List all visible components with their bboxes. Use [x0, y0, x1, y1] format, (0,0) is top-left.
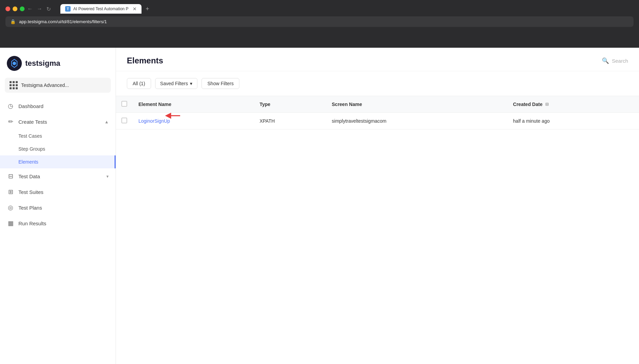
header-element-name: Element Name [133, 96, 254, 113]
sidebar-item-test-plans[interactable]: ◎ Test Plans [0, 200, 116, 215]
svg-point-1 [13, 62, 16, 65]
header-screen-name: Screen Name [326, 96, 508, 113]
row-checkbox-cell [116, 113, 133, 130]
browser-dots [5, 6, 25, 11]
tab-close-button[interactable]: ✕ [133, 6, 137, 12]
saved-filters-label: Saved Filters [160, 81, 188, 86]
sidebar: testsigma Testsigma Advanced... ◷ Dashbo… [0, 48, 116, 364]
table-header-row: Element Name Type Screen Name Created Da… [116, 96, 639, 113]
test-suites-icon: ⊞ [7, 188, 14, 196]
run-results-label: Run Results [18, 221, 46, 226]
row-created-date-cell: half a minute ago [508, 113, 639, 130]
create-tests-submenu: Test Cases Step Groups Elements [0, 130, 116, 168]
row-screen-name-cell: simplytraveltestsigmacom [326, 113, 508, 130]
row-type-cell: XPATH [254, 113, 326, 130]
workspace-dots-icon [10, 81, 18, 89]
new-tab-button[interactable]: + [146, 5, 149, 13]
logo-area: testsigma [0, 48, 116, 78]
search-label: Search [612, 58, 628, 64]
select-all-checkbox[interactable] [121, 101, 127, 107]
header-created-date: Created Date ⊟ [508, 96, 639, 113]
dot-yellow[interactable] [13, 6, 17, 11]
logo-icon [7, 56, 22, 71]
test-data-icon: ⊟ [7, 172, 14, 180]
back-button[interactable]: ← [27, 6, 33, 12]
test-data-label: Test Data [18, 173, 40, 179]
browser-tab[interactable]: T AI Powered Test Automation P ✕ [60, 4, 142, 14]
all-filter-button[interactable]: All (1) [127, 78, 151, 89]
browser-titlebar: ← → ↻ T AI Powered Test Automation P ✕ + [0, 0, 639, 16]
dashboard-label: Dashboard [18, 103, 43, 109]
header-checkbox-cell [116, 96, 133, 113]
main-header: Elements 🔍 Search [116, 48, 639, 71]
page-title: Elements [127, 56, 602, 65]
create-tests-label: Create Tests [18, 119, 47, 125]
address-bar[interactable]: 🔒 app.testsigma.com/ui/td/81/elements/fi… [5, 16, 634, 27]
url-text: app.testsigma.com/ui/td/81/elements/filt… [19, 19, 629, 24]
created-date-filter-icon[interactable]: ⊟ [545, 102, 549, 107]
test-plans-icon: ◎ [7, 204, 14, 211]
run-results-icon: ▦ [7, 219, 14, 227]
row-checkbox[interactable] [121, 118, 127, 123]
element-name-value[interactable]: LoginorSignUp [138, 118, 170, 124]
workspace-selector[interactable]: Testsigma Advanced... [5, 78, 111, 93]
sidebar-item-step-groups[interactable]: Step Groups [0, 142, 116, 155]
test-suites-label: Test Suites [18, 189, 43, 195]
search-icon: 🔍 [602, 57, 609, 64]
main-content: Elements 🔍 Search All (1) Saved Filters … [116, 48, 639, 364]
show-filters-button[interactable]: Show Filters [202, 78, 239, 89]
sidebar-item-create-tests[interactable]: ✏ Create Tests ▲ [0, 114, 116, 130]
create-tests-arrow: ▲ [104, 119, 109, 124]
filters-bar: All (1) Saved Filters ▾ Show Filters [116, 71, 639, 96]
saved-filters-button[interactable]: Saved Filters ▾ [155, 78, 198, 89]
dashboard-icon: ◷ [7, 102, 14, 110]
sidebar-item-dashboard[interactable]: ◷ Dashboard [0, 98, 116, 114]
row-element-name-cell: LoginorSignUp [133, 113, 254, 130]
forward-button[interactable]: → [37, 6, 42, 12]
sidebar-item-test-cases[interactable]: Test Cases [0, 130, 116, 142]
tab-title: AI Powered Test Automation P [73, 6, 129, 11]
test-data-arrow: ▾ [106, 174, 109, 179]
browser-chrome: ← → ↻ T AI Powered Test Automation P ✕ +… [0, 0, 639, 48]
sidebar-item-elements[interactable]: Elements [0, 155, 116, 168]
dot-green[interactable] [20, 6, 25, 11]
lock-icon: 🔒 [10, 19, 16, 24]
table-row: LoginorSignUp XPATH simplytraveltestsigm… [116, 113, 639, 130]
elements-table: Element Name Type Screen Name Created Da… [116, 96, 639, 130]
app-container: testsigma Testsigma Advanced... ◷ Dashbo… [0, 48, 639, 364]
sidebar-item-run-results[interactable]: ▦ Run Results [0, 215, 116, 231]
step-groups-label: Step Groups [18, 146, 45, 152]
sidebar-item-test-data[interactable]: ⊟ Test Data ▾ [0, 168, 116, 184]
logo-text: testsigma [25, 59, 60, 68]
type-value: XPATH [259, 118, 275, 124]
header-type: Type [254, 96, 326, 113]
table-area: All (1) Saved Filters ▾ Show Filters Ele… [116, 71, 639, 364]
reload-button[interactable]: ↻ [46, 6, 51, 12]
elements-label: Elements [18, 159, 38, 165]
workspace-name: Testsigma Advanced... [21, 82, 69, 88]
created-date-value: half a minute ago [513, 118, 550, 124]
screen-name-value: simplytraveltestsigmacom [332, 118, 386, 124]
sidebar-item-test-suites[interactable]: ⊞ Test Suites [0, 184, 116, 200]
search-box[interactable]: 🔍 Search [602, 57, 628, 64]
tab-favicon: T [65, 6, 71, 12]
saved-filters-chevron: ▾ [190, 81, 192, 86]
dot-red[interactable] [5, 6, 10, 11]
create-tests-icon: ✏ [7, 118, 14, 125]
test-plans-label: Test Plans [18, 205, 42, 211]
test-cases-label: Test Cases [18, 133, 42, 139]
